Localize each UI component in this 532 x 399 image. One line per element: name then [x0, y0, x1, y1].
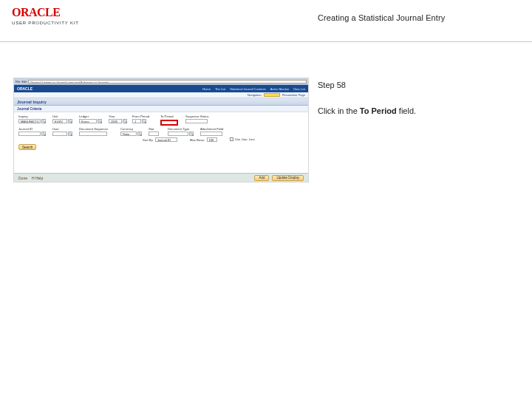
from-period-lookup-icon[interactable]: 🔍	[142, 119, 146, 123]
user-label: User	[52, 127, 76, 131]
nav-datalist[interactable]: Data List	[293, 87, 305, 91]
header-divider	[0, 41, 532, 42]
to-period-label: To Period	[160, 115, 183, 118]
ledger-field[interactable]: Euros	[79, 119, 97, 123]
screenshot: File Edit General Ledger >> Journal Line…	[13, 78, 309, 183]
personalize-link[interactable]: Personalize Page	[282, 93, 305, 97]
year-field[interactable]: 2009	[109, 119, 122, 123]
search-button[interactable]: Search	[18, 144, 36, 150]
address-bar[interactable]: General Ledger >> Journal Lines and Bala…	[28, 80, 307, 83]
app-nav: Home The List Statistical Journal Conten…	[202, 87, 305, 91]
sort-by-field[interactable]: Journal ID	[155, 137, 177, 142]
menu-file[interactable]: File	[16, 80, 20, 83]
currency-field[interactable]: Ratio	[120, 132, 137, 136]
update-display-button[interactable]: Update Display	[272, 175, 304, 181]
add-button[interactable]: Add	[254, 175, 269, 181]
stat-field[interactable]	[149, 132, 159, 136]
sort-by-label: Sort By	[143, 138, 153, 142]
app-banner-logo: ORACLE	[17, 86, 33, 91]
nav-content[interactable]: Statistical Journal Contents	[230, 87, 265, 91]
done-button[interactable]: Done	[18, 176, 27, 180]
stat-label: Stat	[149, 127, 165, 131]
journal-id-lookup-icon[interactable]: 🔍	[41, 132, 46, 136]
journal-id-label: Journal ID	[18, 127, 50, 131]
doc-type-label: Document Type	[168, 127, 197, 131]
to-period-field-highlight[interactable]	[160, 120, 178, 126]
year-lookup-icon[interactable]: 🔍	[123, 119, 127, 123]
attach-label: Attachment Field	[200, 127, 230, 131]
nav-link[interactable]: Navigation	[248, 93, 262, 97]
doc-type-field[interactable]	[168, 132, 188, 136]
nav-monitor[interactable]: Action Monitor	[270, 87, 290, 91]
unit-lookup-icon[interactable]: 🔍	[68, 119, 72, 123]
ledger-label: Ledger	[79, 115, 106, 118]
nav-list[interactable]: The List	[215, 87, 225, 91]
unit-label: Unit	[52, 115, 76, 118]
doc-seq-label: Document Sequence	[79, 127, 117, 131]
sub-toolbar: Navigation Personalize Page	[14, 92, 308, 98]
from-period-field[interactable]: 1	[132, 119, 141, 123]
suspense-label: Suspense Status	[185, 115, 215, 118]
attach-field[interactable]	[200, 132, 222, 136]
instruction-suffix: field.	[397, 106, 416, 115]
journal-id-field[interactable]	[18, 132, 41, 136]
user-field[interactable]	[52, 132, 67, 136]
from-period-label: From Period	[132, 115, 157, 118]
help-button[interactable]: H Help	[32, 176, 43, 180]
criteria-form: Inquiry MANUFACTU🔍 Unit EUSV🔍 Ledger Eur…	[14, 112, 308, 154]
instruction-prefix: Click in the	[318, 106, 360, 115]
menu-edit[interactable]: Edit	[21, 80, 27, 83]
doc-type-lookup-icon[interactable]: 🔍	[189, 132, 194, 136]
inquiry-label: Inquiry	[18, 115, 50, 118]
app-banner: ORACLE Home The List Statistical Journal…	[14, 85, 308, 92]
currency-label: Currency	[120, 127, 146, 131]
browser-toolbar: File Edit General Ledger >> Journal Line…	[14, 78, 308, 85]
inquiry-lookup-icon[interactable]: 🔍	[41, 119, 46, 123]
doc-seq-field[interactable]	[79, 132, 107, 136]
user-lookup-icon[interactable]: 🔍	[68, 132, 72, 136]
instruction-text: Click in the To Period field.	[318, 105, 510, 117]
use-jour-line-label: Use Jour. Line	[235, 137, 255, 141]
nav-home[interactable]: Home	[202, 87, 211, 91]
suspense-field[interactable]	[185, 119, 208, 123]
currency-lookup-icon[interactable]: 🔍	[137, 132, 142, 136]
max-rows-label: Max Rows	[190, 138, 205, 142]
page-footer: Done H Help Add Update Display	[14, 173, 308, 182]
ledger-lookup-icon[interactable]: 🔍	[98, 119, 102, 123]
instruction-bold: To Period	[360, 106, 397, 115]
run-button[interactable]	[264, 93, 280, 97]
inquiry-field[interactable]: MANUFACTU	[18, 119, 41, 123]
step-label: Step 58	[318, 79, 510, 92]
page-heading: Journal Inquiry	[14, 98, 308, 106]
page-title: Creating a Statistical Journal Entry	[318, 13, 445, 22]
unit-field[interactable]: EUSV	[52, 119, 67, 123]
criteria-heading: Journal Criteria	[14, 106, 308, 112]
max-rows-field[interactable]: 100	[207, 137, 217, 142]
year-label: Year	[109, 115, 129, 118]
use-jour-line-checkbox[interactable]	[230, 137, 233, 141]
